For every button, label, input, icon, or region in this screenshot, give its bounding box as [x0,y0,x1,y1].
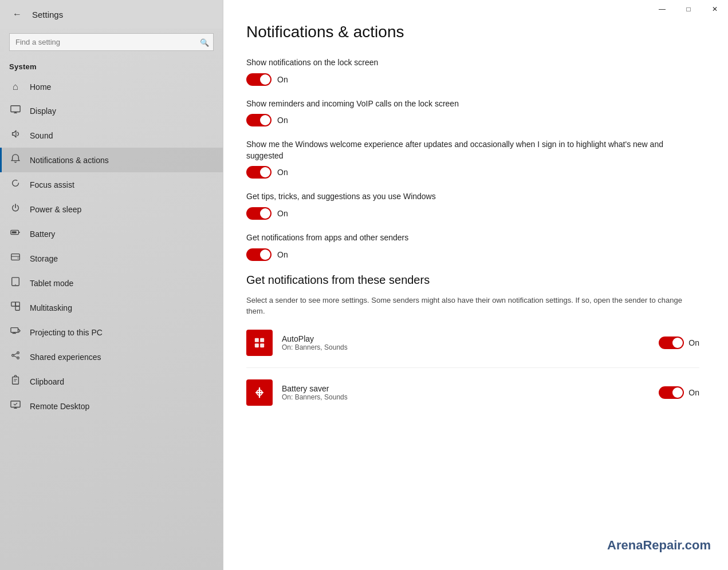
setting-row-welcome: On [246,166,699,179]
svg-rect-32 [255,343,259,347]
power-icon [9,203,22,216]
toggle-battery-saver[interactable] [659,386,684,399]
svg-rect-33 [260,343,264,347]
sidebar-item-battery[interactable]: Battery [0,221,223,246]
window-controls: — □ ✕ [649,0,728,18]
sidebar-item-focus[interactable]: Focus assist [0,172,223,197]
autoplay-sub: On: Banners, Sounds [282,343,650,351]
sender-row-battery-saver[interactable]: Battery saver On: Banners, Sounds On [246,379,699,406]
svg-rect-6 [11,254,19,260]
multitasking-icon [9,301,22,314]
svg-point-17 [17,352,19,354]
sender-row-autoplay[interactable]: AutoPlay On: Banners, Sounds On [246,330,699,356]
svg-rect-14 [11,328,18,332]
search-icon: 🔍 [200,38,209,46]
setting-label-lock-screen: Show notifications on the lock screen [246,57,699,69]
setting-tips: Get tips, tricks, and suggestions as you… [246,191,699,220]
toggle-welcome[interactable] [246,166,271,179]
sidebar-item-sound-label: Sound [30,131,53,140]
svg-point-10 [15,284,15,285]
sidebar-item-home[interactable]: ⌂ Home [0,76,223,98]
toggle-label-welcome: On [277,168,288,177]
remote-icon [9,399,22,413]
battery-icon [9,227,22,240]
svg-point-8 [18,258,19,259]
sidebar-item-display[interactable]: Display [0,98,223,123]
divider-1 [246,367,699,368]
setting-app-notif: Get notifications from apps and other se… [246,232,699,261]
svg-rect-12 [15,306,19,310]
sidebar-item-sound[interactable]: Sound [0,123,223,148]
sidebar-item-notifications-label: Notifications & actions [30,156,109,165]
sidebar-item-projecting-label: Projecting to this PC [30,328,103,337]
toggle-autoplay[interactable] [659,337,684,349]
sidebar-item-clipboard-label: Clipboard [30,377,64,386]
svg-rect-11 [11,302,15,306]
autoplay-icon [246,330,273,356]
sidebar-item-remote-label: Remote Desktop [30,402,89,411]
senders-section-description: Select a sender to see more settings. So… [246,295,699,317]
battery-saver-name: Battery saver [282,384,650,393]
sound-icon [9,129,22,142]
back-button[interactable]: ← [9,8,25,21]
battery-saver-sub: On: Banners, Sounds [282,393,650,401]
notifications-icon [9,153,22,167]
sidebar-item-focus-label: Focus assist [30,180,74,189]
clipboard-icon [9,375,22,388]
svg-rect-4 [18,232,19,233]
autoplay-name: AutoPlay [282,334,650,343]
toggle-label-lock-screen: On [277,75,288,84]
battery-saver-icon-box [246,379,273,406]
setting-row-app-notif: On [246,248,699,261]
toggle-label-battery-saver: On [688,388,699,397]
sidebar: ← Settings 🔍 System ⌂ Home Display Sound [0,0,223,570]
page-title: Notifications & actions [246,23,699,41]
home-icon: ⌂ [9,81,22,93]
sidebar-item-projecting[interactable]: Projecting to this PC [0,320,223,345]
shared-icon [9,350,22,363]
sidebar-item-tablet[interactable]: Tablet mode [0,271,223,295]
sidebar-search-container: 🔍 [9,33,214,51]
svg-rect-31 [260,338,264,342]
sidebar-item-multitasking-label: Multitasking [30,303,72,312]
sidebar-item-multitasking[interactable]: Multitasking [0,295,223,320]
setting-voip: Show reminders and incoming VoIP calls o… [246,98,699,127]
projecting-icon [9,326,22,339]
setting-label-tips: Get tips, tricks, and suggestions as you… [246,191,699,203]
close-button[interactable]: ✕ [702,0,728,18]
sidebar-item-storage-label: Storage [30,254,58,263]
sidebar-item-storage[interactable]: Storage [0,246,223,271]
focus-icon [9,178,22,191]
svg-rect-0 [11,106,20,112]
setting-label-welcome: Show me the Windows welcome experience a… [246,139,699,161]
setting-row-tips: On [246,207,699,220]
svg-point-19 [17,357,19,359]
sidebar-item-power[interactable]: Power & sleep [0,197,223,221]
watermark: ArenaRepair.com [607,538,711,553]
toggle-voip[interactable] [246,114,271,126]
section-label: System [0,60,223,76]
minimize-button[interactable]: — [649,0,675,18]
search-input[interactable] [9,33,214,51]
sidebar-item-remote[interactable]: Remote Desktop [0,394,223,418]
maximize-button[interactable]: □ [675,0,702,18]
toggle-app-notif[interactable] [246,248,271,261]
senders-section-title: Get notifications from these senders [246,274,699,287]
sidebar-item-display-label: Display [30,106,56,116]
toggle-tips[interactable] [246,207,271,220]
sidebar-item-battery-label: Battery [30,229,55,239]
sidebar-item-shared[interactable]: Shared experiences [0,345,223,369]
sidebar-item-notifications[interactable]: Notifications & actions [0,148,223,172]
svg-point-18 [12,354,14,357]
battery-saver-info: Battery saver On: Banners, Sounds [282,384,650,401]
setting-label-voip: Show reminders and incoming VoIP calls o… [246,98,699,110]
autoplay-toggle-area: On [659,337,699,349]
toggle-label-tips: On [277,209,288,218]
svg-rect-13 [15,302,19,306]
sidebar-item-clipboard[interactable]: Clipboard [0,369,223,394]
sidebar-nav: ⌂ Home Display Sound Notifications & act… [0,76,223,570]
app-title: Settings [32,10,63,19]
main-content: — □ ✕ Notifications & actions Show notif… [223,0,728,570]
sidebar-item-shared-label: Shared experiences [30,353,101,362]
toggle-lock-screen[interactable] [246,73,271,86]
